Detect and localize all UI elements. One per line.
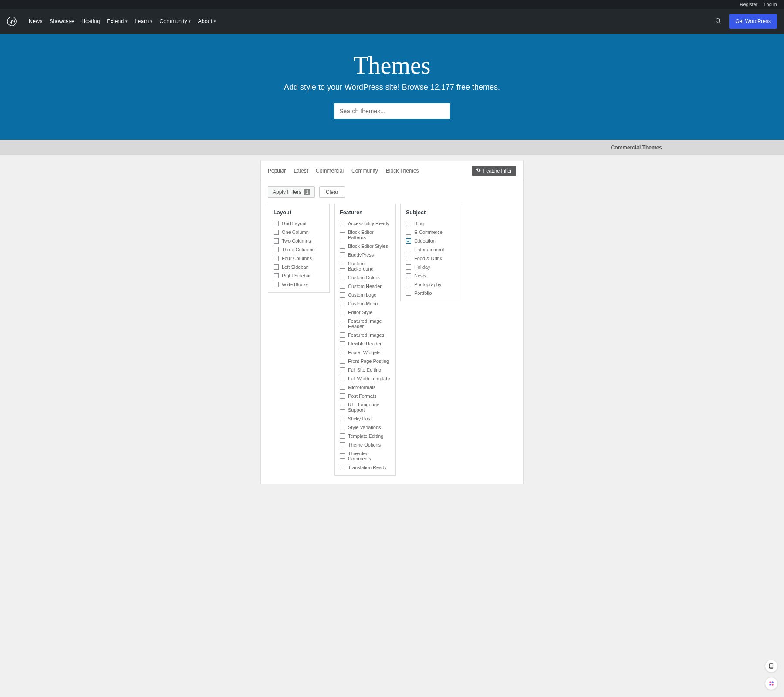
filter-option[interactable]: Flexible Header <box>340 341 390 346</box>
filter-option[interactable]: BuddyPress <box>340 252 390 257</box>
filter-option[interactable]: Front Page Posting <box>340 359 390 364</box>
filter-option[interactable]: Featured Images <box>340 332 390 338</box>
tab-popular[interactable]: Popular <box>268 168 286 174</box>
nav-item-extend[interactable]: Extend ▾ <box>107 18 128 24</box>
checkbox-icon[interactable] <box>340 376 345 381</box>
filter-option[interactable]: Footer Widgets <box>340 350 390 355</box>
filter-option[interactable]: One Column <box>274 230 324 235</box>
checkbox-icon[interactable] <box>340 252 345 257</box>
filter-option[interactable]: Portfolio <box>406 291 456 296</box>
filter-option[interactable]: Custom Logo <box>340 292 390 298</box>
filter-option[interactable]: Full Site Editing <box>340 367 390 372</box>
login-link[interactable]: Log In <box>764 2 777 7</box>
checkbox-icon[interactable] <box>340 244 345 249</box>
checkbox-icon[interactable] <box>274 282 279 287</box>
nav-item-news[interactable]: News <box>29 18 42 24</box>
feature-filter-button[interactable]: Feature Filter <box>472 166 516 176</box>
checkbox-icon[interactable] <box>406 230 411 235</box>
clear-filters-button[interactable]: Clear <box>319 186 345 198</box>
filter-option[interactable]: Custom Header <box>340 284 390 289</box>
checkbox-icon[interactable] <box>274 256 279 261</box>
filter-option[interactable]: RTL Language Support <box>340 402 390 413</box>
get-wordpress-button[interactable]: Get WordPress <box>729 14 777 29</box>
register-link[interactable]: Register <box>740 2 757 7</box>
checkbox-icon[interactable] <box>340 292 345 298</box>
checkbox-icon[interactable] <box>340 275 345 280</box>
commercial-themes-link[interactable]: Commercial Themes <box>611 145 662 151</box>
filter-option[interactable]: Photography <box>406 282 456 287</box>
filter-option[interactable]: Three Columns <box>274 247 324 252</box>
filter-option[interactable]: Full Width Template <box>340 376 390 381</box>
tab-commercial[interactable]: Commercial <box>316 168 344 174</box>
filter-option[interactable]: Block Editor Styles <box>340 244 390 249</box>
filter-option[interactable]: Threaded Comments <box>340 451 390 461</box>
filter-option[interactable]: Editor Style <box>340 310 390 315</box>
checkbox-icon[interactable] <box>340 385 345 390</box>
filter-option[interactable]: Wide Blocks <box>274 282 324 287</box>
checkbox-icon[interactable] <box>274 273 279 278</box>
filter-option[interactable]: Blog <box>406 221 456 226</box>
nav-item-community[interactable]: Community ▾ <box>159 18 191 24</box>
checkbox-icon[interactable] <box>406 282 411 287</box>
filter-option[interactable]: Holiday <box>406 264 456 270</box>
checkbox-icon[interactable] <box>340 350 345 355</box>
tab-block-themes[interactable]: Block Themes <box>386 168 419 174</box>
filter-option[interactable]: Style Variations <box>340 425 390 430</box>
nav-item-showcase[interactable]: Showcase <box>49 18 74 24</box>
checkbox-icon[interactable] <box>274 230 279 235</box>
checkbox-icon[interactable] <box>340 232 345 237</box>
search-icon[interactable] <box>715 18 721 25</box>
filter-option[interactable]: Translation Ready <box>340 465 390 470</box>
checkbox-icon[interactable] <box>406 247 411 252</box>
nav-item-hosting[interactable]: Hosting <box>81 18 100 24</box>
checkbox-icon[interactable] <box>340 321 345 326</box>
filter-option[interactable]: Two Columns <box>274 238 324 244</box>
wordpress-logo-icon[interactable] <box>7 17 17 26</box>
filter-option[interactable]: E-Commerce <box>406 230 456 235</box>
checkbox-icon[interactable] <box>340 405 345 410</box>
checkbox-icon[interactable] <box>340 310 345 315</box>
filter-option[interactable]: Accessibility Ready <box>340 221 390 226</box>
checkbox-icon[interactable] <box>340 442 345 447</box>
checkbox-icon[interactable] <box>340 332 345 338</box>
checkbox-icon[interactable] <box>406 291 411 296</box>
checkbox-icon[interactable] <box>406 273 411 278</box>
checkbox-icon[interactable] <box>274 264 279 270</box>
checkbox-icon[interactable] <box>406 264 411 270</box>
filter-option[interactable]: Custom Background <box>340 261 390 271</box>
filter-option[interactable]: Left Sidebar <box>274 264 324 270</box>
filter-option[interactable]: Entertainment <box>406 247 456 252</box>
checkbox-icon[interactable] <box>340 367 345 372</box>
checkbox-icon[interactable] <box>340 264 345 269</box>
checkbox-icon[interactable] <box>406 221 411 226</box>
filter-option[interactable]: Four Columns <box>274 256 324 261</box>
nav-item-learn[interactable]: Learn ▾ <box>135 18 152 24</box>
checkbox-icon[interactable] <box>340 284 345 289</box>
filter-option[interactable]: Block Editor Patterns <box>340 230 390 240</box>
checkbox-icon[interactable] <box>406 238 411 244</box>
search-themes-input[interactable] <box>334 103 450 119</box>
checkbox-icon[interactable] <box>340 416 345 421</box>
filter-option[interactable]: Sticky Post <box>340 416 390 421</box>
filter-option[interactable]: Featured Image Header <box>340 318 390 329</box>
checkbox-icon[interactable] <box>274 221 279 226</box>
checkbox-icon[interactable] <box>340 341 345 346</box>
tab-latest[interactable]: Latest <box>294 168 308 174</box>
filter-option[interactable]: Template Editing <box>340 433 390 439</box>
filter-option[interactable]: Post Formats <box>340 393 390 399</box>
checkbox-icon[interactable] <box>340 359 345 364</box>
checkbox-icon[interactable] <box>340 433 345 439</box>
checkbox-icon[interactable] <box>274 247 279 252</box>
filter-option[interactable]: Education <box>406 238 456 244</box>
nav-item-about[interactable]: About ▾ <box>198 18 216 24</box>
filter-option[interactable]: Grid Layout <box>274 221 324 226</box>
filter-option[interactable]: Theme Options <box>340 442 390 447</box>
filter-option[interactable]: Microformats <box>340 385 390 390</box>
checkbox-icon[interactable] <box>340 393 345 399</box>
filter-option[interactable]: Right Sidebar <box>274 273 324 278</box>
filter-option[interactable]: Custom Colors <box>340 275 390 280</box>
checkbox-icon[interactable] <box>340 221 345 226</box>
filter-option[interactable]: News <box>406 273 456 278</box>
tab-community[interactable]: Community <box>351 168 378 174</box>
checkbox-icon[interactable] <box>274 238 279 244</box>
